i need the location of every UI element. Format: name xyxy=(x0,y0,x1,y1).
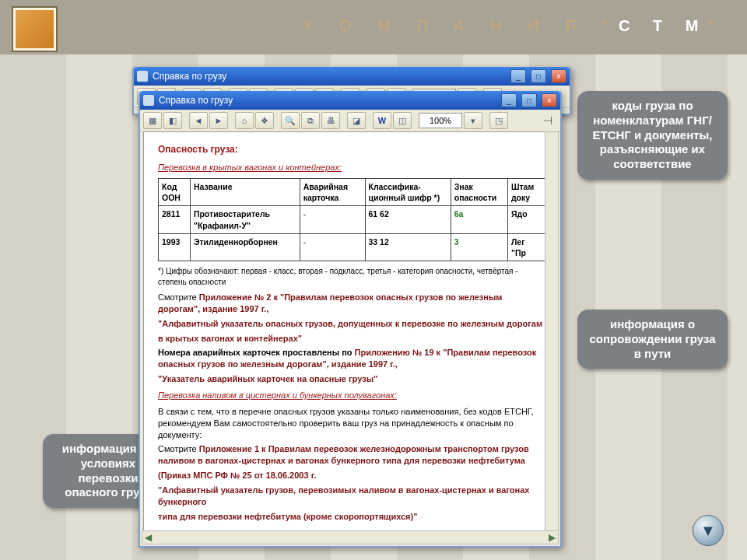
window-title: Справка по грузу xyxy=(159,95,233,106)
th-card: Аварийная карточка xyxy=(300,179,365,206)
search-icon[interactable]: 🔍 xyxy=(281,112,300,129)
window-front: Справка по грузу _ □ × ▦ ◧ ◄ ► ⌂ ❖ 🔍 ⧉ 🖶… xyxy=(139,91,562,548)
doc-line: "Алфавитный указатель грузов, перевозимы… xyxy=(158,485,545,508)
th-sign: Знак опасности xyxy=(451,179,507,206)
table-row: 1993 Этилиденнорборнен - 33 12 3 Лег "Пр xyxy=(159,233,545,261)
minimize-button[interactable]: _ xyxy=(501,93,517,107)
doc-heading: Опасность груза: xyxy=(158,143,545,156)
next-slide-button[interactable]: ▼ xyxy=(693,515,724,546)
th-name: Название xyxy=(190,179,300,206)
close-button[interactable]: × xyxy=(542,93,557,107)
horizontal-scrollbar[interactable]: ◀ ▶ xyxy=(142,530,559,544)
tool-btn[interactable]: ◫ xyxy=(393,112,412,129)
vertical-scrollbar[interactable] xyxy=(545,131,559,532)
doc-section1: Перевозка в крытых вагонах и контейнерах… xyxy=(158,162,545,173)
toolbar-front: ▦ ◧ ◄ ► ⌂ ❖ 🔍 ⧉ 🖶 ◪ W ◫ 100% ▾ ◳ ⊣ xyxy=(140,110,560,132)
app-icon xyxy=(143,95,154,106)
app-icon xyxy=(137,71,148,82)
word-icon[interactable]: W xyxy=(373,112,391,129)
close-button[interactable]: × xyxy=(551,69,566,83)
nav-back-button[interactable]: ◄ xyxy=(189,112,208,129)
document-pane[interactable]: Опасность груза: Перевозка в крытых ваго… xyxy=(143,131,557,532)
company-header: К О М П А Н И Я “С Т М” xyxy=(304,17,724,35)
doc-line: Смотрите Приложение 1 к Правилам перевоз… xyxy=(158,443,545,467)
titlebar-back[interactable]: Справка по грузу _ □ × xyxy=(134,67,570,86)
preview-icon[interactable]: ◪ xyxy=(347,112,366,129)
tool-btn[interactable]: ⌂ xyxy=(235,112,254,129)
doc-line: в крытых вагонах и контейнерах" xyxy=(158,333,545,345)
doc-line: Номера аварийных карточек проставлены по… xyxy=(158,347,545,370)
doc-line: "Алфавитный указатель опасных грузов, до… xyxy=(158,318,545,330)
doc-line: (Приказ МПС РФ № 25 от 18.06.2003 г. xyxy=(158,470,545,481)
zoom-dropdown-icon[interactable]: ▾ xyxy=(464,112,482,129)
maximize-button[interactable]: □ xyxy=(521,93,537,107)
maximize-button[interactable]: □ xyxy=(531,69,546,83)
titlebar-front[interactable]: Справка по грузу _ □ × xyxy=(140,91,560,110)
doc-line: В связи с тем, что в перечне опасных гру… xyxy=(158,406,545,441)
scroll-left-icon[interactable]: ◀ xyxy=(145,532,152,543)
pin-icon[interactable]: ⊣ xyxy=(543,114,552,127)
doc-line: типа для перевозки нефтебитума (кроме ск… xyxy=(158,511,545,523)
zoom-field[interactable]: 100% xyxy=(419,113,462,128)
th-class: Классифика- ционный шифр *) xyxy=(365,179,451,206)
hazard-table: Код ООН Название Аварийная карточка Клас… xyxy=(158,178,545,261)
nav-fwd-button[interactable]: ► xyxy=(209,112,228,129)
window-title: Справка по грузу xyxy=(153,71,226,82)
doc-line: Смотрите Приложение № 2 к "Правилам пере… xyxy=(158,292,545,315)
tool-btn[interactable]: ◧ xyxy=(163,112,182,129)
tool-btn[interactable]: ❖ xyxy=(255,112,274,129)
company-logo xyxy=(12,6,58,52)
th-code: Код ООН xyxy=(159,179,191,206)
doc-footnote: *) Цифры обозначают: первая - класс, вто… xyxy=(158,266,545,287)
table-row: 2811 Противостаритель "Крафанил-У" - 61 … xyxy=(159,206,545,233)
doc-section2: Перевозка наливом в цистернах и бункерны… xyxy=(158,390,545,401)
scroll-right-icon[interactable]: ▶ xyxy=(549,532,556,543)
th-stamp: Штам доку xyxy=(507,179,545,206)
print-icon[interactable]: 🖶 xyxy=(321,112,340,129)
doc-line: "Указатель аварийных карточек на опасные… xyxy=(158,373,545,385)
callout-codes: коды груза по номенклатурам ГНГ/ЕТСНГ и … xyxy=(577,91,728,180)
callout-escort: информация о сопровождении груза в пути xyxy=(577,310,728,369)
copy-icon[interactable]: ⧉ xyxy=(301,112,320,129)
tool-btn[interactable]: ▦ xyxy=(143,112,162,129)
tool-btn[interactable]: ◳ xyxy=(489,112,508,129)
minimize-button[interactable]: _ xyxy=(510,69,526,83)
